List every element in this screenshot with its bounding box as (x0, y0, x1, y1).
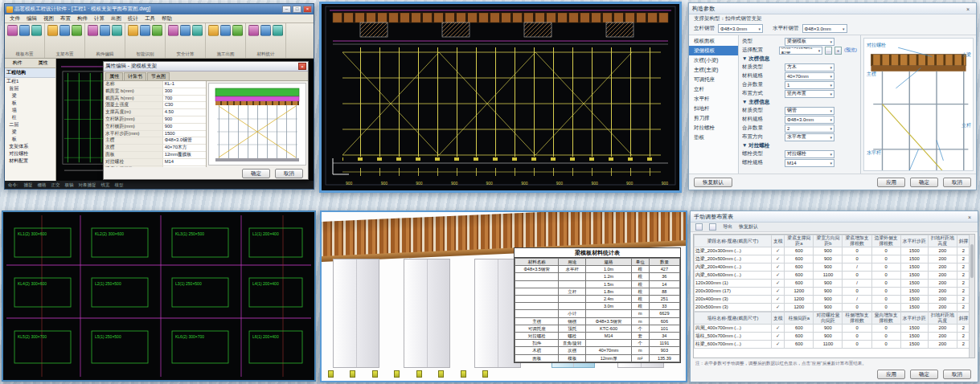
ok-button[interactable]: 确定 (242, 169, 270, 178)
tree-item[interactable]: 板 (5, 100, 55, 107)
tool-icon[interactable] (19, 25, 30, 36)
nav-item[interactable]: 水平杆 (689, 94, 738, 104)
property-row[interactable]: 混凝土强度 C30 (104, 102, 206, 109)
extra-supports[interactable]: 0 (843, 341, 871, 349)
menu-item[interactable]: 布置 (60, 15, 71, 22)
formwork-3d-view[interactable]: 梁模板材料统计表 材料名称用途规格单位数量 Φ48×3.5钢管 水平杆 1.0m… (320, 210, 687, 382)
export-icon[interactable] (695, 223, 703, 231)
extra-supports[interactable]: / (843, 280, 871, 288)
sweep-height[interactable]: 200 (928, 304, 957, 312)
ledger-step[interactable]: 1500 (900, 280, 928, 288)
dialog-title-bar[interactable]: 属性编辑 - 梁模板支架 × (104, 62, 308, 71)
tree-item[interactable]: 支架体系 (5, 143, 55, 150)
status-toggle[interactable]: 正交 (51, 182, 60, 187)
property-value[interactable]: 40×70木方 (163, 145, 206, 151)
drawing-canvas[interactable]: 属性编辑 - 梁模板支架 × 属性计算书节点图 名称 KL-1 (56, 59, 314, 181)
vertical-supports[interactable]: 0 (871, 325, 900, 333)
tool-icon[interactable] (152, 25, 162, 36)
menu-item[interactable]: 视图 (43, 15, 54, 22)
sweep-height[interactable]: 200 (928, 263, 957, 272)
side-supports[interactable]: 0 (871, 263, 900, 272)
wall-row[interactable]: 墙柱_500x700mm (...) ✓ 600 900 0 0 1500 20… (695, 333, 970, 341)
property-row[interactable]: 主楞 Φ48×3.0钢管 (104, 137, 206, 145)
tree-item[interactable]: 首层 (5, 85, 55, 92)
wall-row[interactable]: 柱梁_600x700mm (...) ✓ 600 1100 0 0 1500 2… (695, 341, 970, 349)
beam-row[interactable]: 200x300mm (17) ✓ 1200 900 0 0 1500 200 2 (695, 288, 970, 296)
property-row[interactable]: 次楞 40×70木方 (104, 145, 206, 152)
spacing-a[interactable]: 1200 (785, 296, 814, 304)
left-panel-tab[interactable]: 构件 (5, 59, 31, 67)
tool-icon[interactable] (208, 25, 219, 36)
close-icon[interactable]: × (963, 5, 973, 13)
maximize-button[interactable]: □ (293, 6, 301, 13)
tool-icon[interactable] (248, 25, 259, 36)
beam-row[interactable]: 边梁_200x500mm (...) ✓ 600 900 0 0 1500 20… (695, 255, 970, 263)
menu-item[interactable]: 帮助 (162, 15, 172, 22)
extra-supports[interactable]: 0 (843, 325, 871, 333)
sweep-height[interactable]: 200 (928, 296, 957, 304)
field-select[interactable]: 40×70mm (785, 72, 834, 80)
dialog-title-bar[interactable]: 构造参数 × (689, 3, 976, 14)
preview-link[interactable]: (预览) (844, 47, 857, 54)
nav-item[interactable]: 垫板 (689, 133, 738, 142)
reset-default-button[interactable]: 恢复默认 (694, 178, 732, 187)
field-select[interactable]: 对拉螺栓 (785, 150, 834, 158)
tool-icon[interactable] (47, 25, 58, 36)
property-row[interactable]: 面板 12mm覆膜板 (104, 152, 206, 159)
extra-supports[interactable]: 0 (843, 333, 871, 341)
sweep-height[interactable]: 200 (928, 333, 957, 341)
tool-icon[interactable] (273, 25, 283, 36)
cancel-button[interactable]: 取消 (275, 169, 303, 178)
group-title-main-joist[interactable]: ▼ 主楞信息 (742, 98, 857, 106)
status-toggle[interactable]: 极轴 (65, 182, 74, 187)
spacing-a[interactable]: 600 (785, 263, 814, 272)
bolt-spacing[interactable]: 900 (814, 325, 843, 333)
nav-item[interactable]: 立杆 (689, 84, 738, 94)
ledger-step[interactable]: 1500 (900, 333, 928, 341)
extra-supports[interactable]: 0 (843, 255, 871, 263)
field-select[interactable]: Φ48×3.0mm (785, 116, 834, 124)
ledger-step[interactable]: 1500 (900, 325, 928, 333)
extra-supports[interactable]: / (843, 296, 871, 304)
nav-item[interactable]: 模板面板 (689, 36, 738, 46)
spacing-b[interactable]: 900 (814, 263, 843, 272)
close-icon[interactable]: × (965, 213, 974, 221)
side-supports[interactable]: 0 (871, 272, 900, 280)
spacing-a[interactable]: 600 (785, 280, 814, 288)
property-value[interactable]: M14 (163, 159, 206, 165)
field-select[interactable]: 竖向布置 (785, 90, 834, 98)
dialog-tab[interactable]: 计算书 (124, 72, 146, 80)
group-title-secondary-joist[interactable]: ▼ 次楞信息 (742, 55, 857, 63)
support-checkbox[interactable]: ✓ (772, 341, 785, 349)
spacing-a[interactable]: 600 (785, 247, 814, 255)
spacing-a[interactable]: 600 (785, 333, 814, 341)
tool-icon[interactable] (180, 25, 191, 36)
dialog-tab[interactable]: 属性 (105, 72, 123, 80)
nav-item[interactable]: 剪刀撑 (689, 113, 738, 123)
ledger-step[interactable]: 1500 (900, 304, 928, 312)
sweep-height[interactable]: 200 (928, 325, 957, 333)
status-toggle[interactable]: 线宽 (101, 182, 110, 187)
nav-item[interactable]: 主楞(主梁) (689, 65, 738, 75)
tree-item[interactable]: 柱 (5, 114, 55, 121)
tool-icon[interactable] (192, 25, 203, 36)
ledger-pipe-select[interactable]: Φ48×3.0mm (802, 24, 847, 33)
tool-icon[interactable] (59, 25, 70, 36)
sweep-height[interactable]: 200 (928, 272, 957, 280)
sweep-height[interactable]: 200 (928, 341, 957, 349)
cad-plan-view[interactable]: KL1(2) 300×600KL2(2) 300×600KL3(1) 250×5… (2, 210, 316, 382)
spacing-a[interactable]: 600 (785, 255, 814, 263)
tool-icon[interactable] (31, 25, 42, 36)
spacing-b[interactable]: 900 (814, 255, 843, 263)
beam-row[interactable]: 内梁_600x600mm (...) ✓ 600 1100 0 0 1500 2… (695, 272, 970, 280)
vertical-supports[interactable]: 0 (871, 333, 900, 341)
spacing-a[interactable]: 600 (785, 341, 814, 349)
support-checkbox[interactable]: ✓ (772, 263, 785, 272)
spacing-b[interactable]: 900 (814, 304, 843, 312)
config-select[interactable]: 次楞+对拉螺栓配置 (779, 47, 823, 55)
sweep-height[interactable]: 200 (928, 255, 957, 263)
property-value[interactable]: 1500 (163, 131, 206, 137)
ledger-step[interactable]: 1500 (900, 263, 928, 272)
side-supports[interactable]: 0 (871, 247, 900, 255)
property-row[interactable]: 截面高 h(mm) 700 (104, 96, 206, 103)
